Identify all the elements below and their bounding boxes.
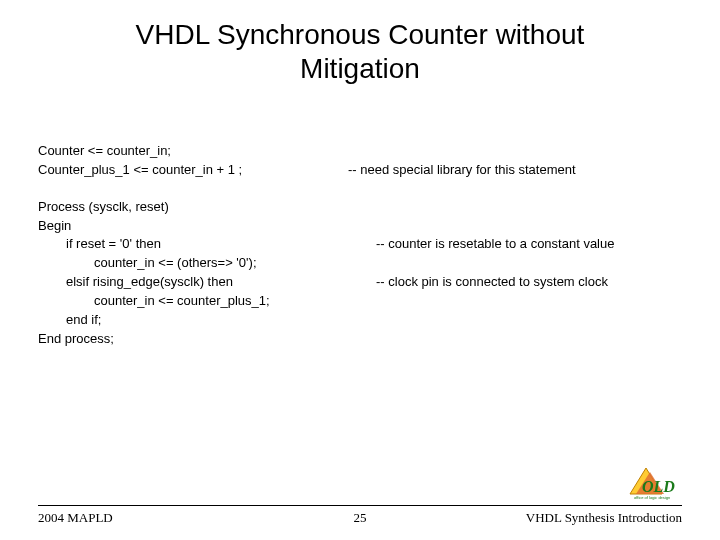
blank-line (38, 180, 682, 198)
svg-text:OLD: OLD (642, 478, 675, 495)
code-comment: -- clock pin is connected to system cloc… (376, 273, 682, 292)
code-comment: -- counter is resetable to a constant va… (376, 235, 682, 254)
code-text: counter_in <= (others=> '0'); (38, 254, 404, 273)
code-text: end if; (38, 311, 376, 330)
code-text: Process (sysclk, reset) (38, 198, 348, 217)
code-line: Counter <= counter_in; (38, 142, 682, 161)
footer-left: 2004 MAPLD (38, 510, 113, 526)
code-line: elsif rising_edge(sysclk) then -- clock … (38, 273, 682, 292)
slide-title: VHDL Synchronous Counter without Mitigat… (0, 0, 720, 85)
code-comment: -- need special library for this stateme… (348, 161, 682, 180)
footer-separator (38, 505, 682, 506)
code-text: Counter <= counter_in; (38, 142, 348, 161)
svg-text:office of logic design: office of logic design (634, 495, 670, 500)
code-line: end if; (38, 311, 682, 330)
code-line: if reset = '0' then -- counter is reseta… (38, 235, 682, 254)
code-text: Begin (38, 217, 348, 236)
code-line: End process; (38, 330, 682, 349)
footer-page-number: 25 (354, 510, 367, 526)
footer-right: VHDL Synthesis Introduction (526, 510, 682, 526)
title-line-1: VHDL Synchronous Counter without (136, 19, 585, 50)
slide-body: Counter <= counter_in; Counter_plus_1 <=… (38, 142, 682, 348)
code-text: End process; (38, 330, 348, 349)
code-text: Counter_plus_1 <= counter_in + 1 ; (38, 161, 348, 180)
code-line: counter_in <= (others=> '0'); (38, 254, 682, 273)
code-line: counter_in <= counter_plus_1; (38, 292, 682, 311)
old-logo-icon: OLD office of logic design (622, 464, 682, 500)
title-line-2: Mitigation (300, 53, 420, 84)
code-line: Process (sysclk, reset) (38, 198, 682, 217)
code-text: counter_in <= counter_plus_1; (38, 292, 404, 311)
code-text: elsif rising_edge(sysclk) then (38, 273, 376, 292)
code-text: if reset = '0' then (38, 235, 376, 254)
code-line: Counter_plus_1 <= counter_in + 1 ; -- ne… (38, 161, 682, 180)
slide: VHDL Synchronous Counter without Mitigat… (0, 0, 720, 540)
slide-footer: 2004 MAPLD 25 VHDL Synthesis Introductio… (38, 510, 682, 526)
code-line: Begin (38, 217, 682, 236)
